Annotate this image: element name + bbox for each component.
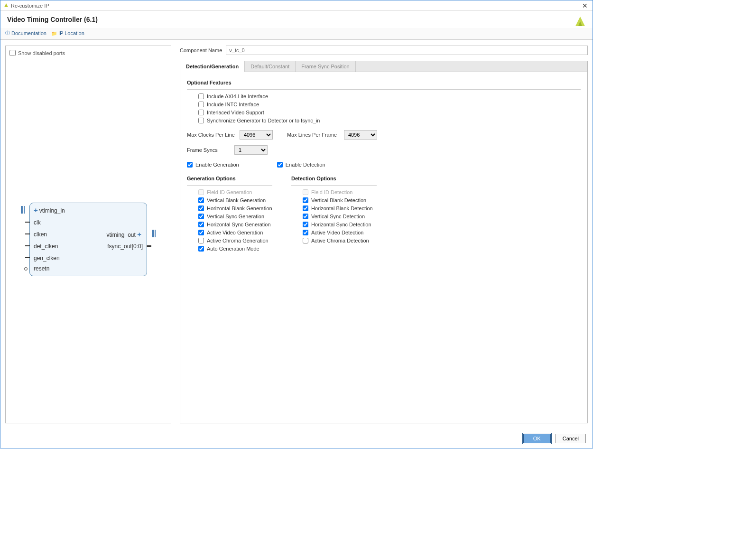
port-label: clk xyxy=(34,219,41,226)
checkbox-hblank-gen[interactable]: Horizontal Blank Generation xyxy=(198,205,272,211)
max-lines-select[interactable]: 4096 xyxy=(344,130,377,140)
checkbox-input[interactable] xyxy=(198,110,204,115)
detection-options-title: Detection Options xyxy=(291,176,377,181)
checkbox-input xyxy=(303,189,308,195)
checkbox-vblank-gen[interactable]: Vertical Blank Generation xyxy=(198,197,272,203)
content: Show disabled ports +vtiming_in clk clke… xyxy=(0,40,593,429)
port-stub xyxy=(25,257,30,258)
checkbox-achroma-gen[interactable]: Active Chroma Generation xyxy=(198,238,272,243)
block-preview-panel: Show disabled ports +vtiming_in clk clke… xyxy=(5,46,171,423)
checkbox-label: Auto Generation Mode xyxy=(207,246,259,252)
folder-icon: 📁 xyxy=(51,31,57,36)
checkbox-vsync-det[interactable]: Vertical Sync Detection xyxy=(303,214,377,219)
component-name-label: Component Name xyxy=(180,47,222,53)
checkbox-achroma-det[interactable]: Active Chroma Detection xyxy=(303,238,377,243)
max-clocks-select[interactable]: 4096 xyxy=(240,130,273,140)
checkbox-label: Active Chroma Detection xyxy=(311,238,369,243)
checkbox-input[interactable] xyxy=(198,93,204,99)
tab-detection-generation[interactable]: Detection/Generation xyxy=(180,61,245,72)
port-gen-clken: gen_clken xyxy=(30,252,147,264)
ip-title: Video Timing Controller (6.1) xyxy=(7,16,586,23)
port-det-clken: det_clken fsync_out[0:0] xyxy=(30,240,147,252)
frame-syncs-label: Frame Syncs xyxy=(187,147,230,153)
checkbox-auto-gen[interactable]: Auto Generation Mode xyxy=(198,246,272,252)
checkbox-interlaced[interactable]: Interlaced Video Support xyxy=(198,110,581,115)
ip-location-link[interactable]: 📁 IP Location xyxy=(51,30,84,36)
checkbox-label: Field ID Generation xyxy=(207,189,252,195)
footer: OK Cancel xyxy=(0,429,593,448)
frame-syncs-select[interactable]: 1 xyxy=(234,145,268,155)
checkbox-enable-generation[interactable]: Enable Generation xyxy=(187,162,239,168)
checkbox-input[interactable] xyxy=(198,214,204,219)
negation-circle-icon xyxy=(24,267,28,271)
documentation-link[interactable]: ⓘ Documentation xyxy=(5,30,46,37)
checkbox-label: Horizontal Blank Generation xyxy=(207,205,272,211)
port-label: det_clken xyxy=(34,243,58,250)
checkbox-input[interactable] xyxy=(198,197,204,203)
checkbox-input[interactable] xyxy=(303,222,308,227)
checkbox-input[interactable] xyxy=(198,205,204,211)
expand-icon[interactable]: + xyxy=(137,230,141,238)
port-label: resetn xyxy=(34,265,49,272)
checkbox-field-id-gen: Field ID Generation xyxy=(198,189,272,195)
checkbox-label: Field ID Detection xyxy=(311,189,352,195)
checkbox-intc[interactable]: Include INTC Interface xyxy=(198,102,581,107)
checkbox-input[interactable] xyxy=(303,214,308,219)
close-icon[interactable]: ✕ xyxy=(580,2,590,9)
checkbox-hblank-det[interactable]: Horizontal Blank Detection xyxy=(303,205,377,211)
expand-icon[interactable]: + xyxy=(34,206,38,214)
checkbox-label: Include AXI4-Lite Interface xyxy=(207,93,268,99)
max-clocks-label: Max Clocks Per Line xyxy=(187,132,235,138)
checkbox-synchronize[interactable]: Synchronize Generator to Detector or to … xyxy=(198,118,581,123)
checkbox-axi4-lite[interactable]: Include AXI4-Lite Interface xyxy=(198,93,581,99)
checkbox-input[interactable] xyxy=(303,205,308,211)
tab-frame-sync-position[interactable]: Frame Sync Position xyxy=(296,61,355,72)
component-name-input[interactable] xyxy=(226,46,588,55)
port-stub xyxy=(25,222,30,223)
checkbox-avideo-det[interactable]: Active Video Detection xyxy=(303,230,377,235)
checkbox-enable-detection[interactable]: Enable Detection xyxy=(277,162,325,168)
ok-button[interactable]: OK xyxy=(523,434,551,443)
component-name-row: Component Name xyxy=(180,46,588,55)
checkbox-vblank-det[interactable]: Vertical Blank Detection xyxy=(303,197,377,203)
checkbox-input[interactable] xyxy=(198,222,204,227)
checkbox-input[interactable] xyxy=(303,197,308,203)
checkbox-input[interactable] xyxy=(198,246,204,252)
divider xyxy=(187,185,272,186)
tab-content: Optional Features Include AXI4-Lite Inte… xyxy=(180,72,587,423)
checkbox-hsync-gen[interactable]: Horizontal Sync Generation xyxy=(198,222,272,227)
cancel-button[interactable]: Cancel xyxy=(556,434,586,443)
checkbox-label: Active Video Detection xyxy=(311,230,363,235)
port-stub xyxy=(25,233,30,234)
checkbox-input[interactable] xyxy=(198,102,204,107)
checkbox-input[interactable] xyxy=(198,238,204,243)
checkbox-hsync-det[interactable]: Horizontal Sync Detection xyxy=(303,222,377,227)
checkbox-label: Vertical Sync Detection xyxy=(311,214,365,219)
port-resetn: resetn xyxy=(30,264,147,276)
show-disabled-ports-input[interactable] xyxy=(9,50,16,56)
checkbox-input[interactable] xyxy=(187,162,193,168)
checkbox-vsync-gen[interactable]: Vertical Sync Generation xyxy=(198,214,272,219)
checkbox-input[interactable] xyxy=(277,162,283,168)
info-icon: ⓘ xyxy=(5,30,10,37)
frame-syncs-row: Frame Syncs 1 xyxy=(187,145,581,155)
detection-options-col: Detection Options Field ID Detection Ver… xyxy=(291,173,377,254)
checkbox-input xyxy=(198,189,204,195)
checkbox-input[interactable] xyxy=(198,118,204,123)
checkbox-label: Horizontal Sync Detection xyxy=(311,222,371,227)
tabs-container: Detection/Generation Default/Constant Fr… xyxy=(180,61,588,423)
max-clocks-row: Max Clocks Per Line 4096 xyxy=(187,130,273,140)
checkbox-avideo-gen[interactable]: Active Video Generation xyxy=(198,230,272,235)
checkbox-input[interactable] xyxy=(303,230,308,235)
tab-default-constant[interactable]: Default/Constant xyxy=(245,61,296,72)
show-disabled-ports-checkbox[interactable]: Show disabled ports xyxy=(9,50,168,56)
checkbox-input[interactable] xyxy=(198,230,204,235)
checkbox-label: Vertical Sync Generation xyxy=(207,214,264,219)
checkbox-input[interactable] xyxy=(303,238,308,243)
window: Re-customize IP ✕ Video Timing Controlle… xyxy=(0,0,593,448)
documentation-label: Documentation xyxy=(11,30,46,36)
max-lines-label: Max Lines Per Frame xyxy=(287,132,339,138)
checkbox-label: Synchronize Generator to Detector or to … xyxy=(207,118,320,123)
header: Video Timing Controller (6.1) xyxy=(0,11,593,28)
toolbar: ⓘ Documentation 📁 IP Location xyxy=(0,28,593,40)
